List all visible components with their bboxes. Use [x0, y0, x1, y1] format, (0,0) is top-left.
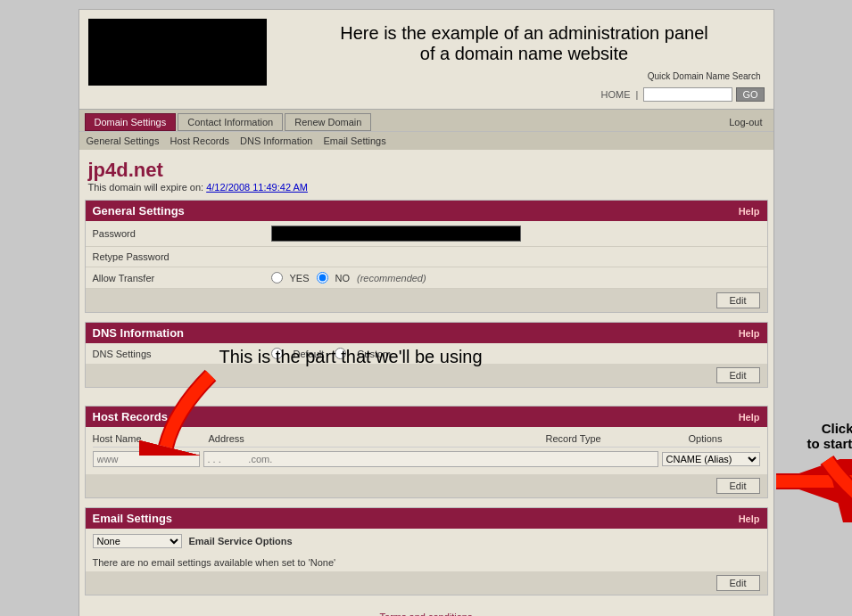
general-settings-edit-button[interactable]: Edit: [716, 292, 760, 308]
host-address-input[interactable]: [203, 451, 658, 467]
go-button[interactable]: GO: [736, 87, 764, 102]
email-service-select[interactable]: None: [93, 534, 182, 548]
radio-row: YES NO (recommended): [271, 272, 760, 283]
sub-nav-dns-information[interactable]: DNS Information: [240, 136, 312, 146]
dns-custom-radio[interactable]: [335, 348, 346, 359]
pipe-separator: |: [636, 89, 639, 100]
email-settings-title: Email Settings: [93, 512, 173, 525]
email-options-label: Email Service Options: [189, 536, 293, 546]
host-records-title: Host Records: [93, 410, 169, 423]
col-address: Address: [209, 433, 546, 444]
domain-expiry: This domain will expire on: 4/12/2008 11…: [88, 182, 765, 193]
dns-information-edit-button[interactable]: Edit: [716, 367, 760, 383]
sub-nav: General Settings Host Records DNS Inform…: [79, 131, 773, 150]
col-hostname: Host Name: [93, 433, 209, 444]
col-recordtype: Record Type: [546, 433, 689, 444]
host-name-input[interactable]: [93, 451, 200, 467]
header: Here is the example of an administration…: [79, 10, 773, 109]
host-records-footer: Edit: [86, 474, 767, 497]
sub-nav-general-settings[interactable]: General Settings: [87, 136, 160, 146]
record-type-select[interactable]: CNAME (Alias)A (Address)MX (Mail): [662, 452, 760, 466]
host-records-table: Host Name Address Record Type Options CN…: [86, 427, 767, 474]
dns-information-header: DNS Information Help: [86, 323, 767, 343]
host-edit-arrow: [758, 459, 853, 506]
password-row: Password: [86, 221, 767, 247]
tab-renew-domain[interactable]: Renew Domain: [285, 113, 371, 131]
general-settings-header: General Settings Help: [86, 201, 767, 221]
page-title: Here is the example of an administration…: [285, 23, 765, 64]
host-records-body: Host Name Address Record Type Options CN…: [86, 427, 767, 474]
host-input-row: CNAME (Alias)A (Address)MX (Mail): [93, 448, 760, 471]
search-input[interactable]: [643, 87, 732, 102]
dns-information-help[interactable]: Help: [739, 328, 760, 339]
email-settings-edit-button[interactable]: Edit: [716, 575, 760, 591]
header-text-area: Here is the example of an administration…: [267, 19, 765, 102]
dns-annotation-area: This is the part that we'll be using DNS…: [86, 343, 767, 364]
tab-domain-settings[interactable]: Domain Settings: [85, 113, 177, 131]
sub-nav-email-settings[interactable]: Email Settings: [323, 136, 385, 146]
general-settings-title: General Settings: [93, 204, 185, 218]
email-none-text: There are no email settings available wh…: [86, 554, 767, 571]
email-settings-body: None Email Service Options There are no …: [86, 529, 767, 571]
dns-default-radio[interactable]: [271, 348, 283, 359]
logout-link[interactable]: Log-out: [724, 114, 767, 130]
general-settings-help[interactable]: Help: [739, 206, 760, 217]
host-records-panel: Host Records Help Host Name Address Reco…: [85, 406, 768, 498]
email-settings-footer: Edit: [86, 571, 767, 595]
expiry-date-link[interactable]: 4/12/2008 11:49:42 AM: [206, 182, 308, 193]
password-label: Password: [93, 228, 271, 239]
page-footer: Terms and conditions: [79, 604, 773, 616]
dns-default-label: Default: [294, 349, 325, 359]
no-radio[interactable]: [317, 272, 328, 283]
yes-label: YES: [290, 273, 310, 283]
password-value: [271, 226, 760, 242]
dns-settings-row: DNS Settings Default Custom: [86, 343, 767, 364]
click-here-annotation: Click here to start editing: [782, 421, 853, 522]
dns-custom-label: Custom: [357, 349, 391, 359]
email-settings-header: Email Settings Help: [86, 508, 767, 529]
dns-information-title: DNS Information: [93, 326, 185, 340]
dns-options: Default Custom: [271, 348, 392, 359]
host-records-header: Host Records Help: [86, 407, 767, 427]
general-settings-panel: General Settings Help Password Retype Pa…: [85, 200, 768, 313]
recommended-label: (recommended): [357, 273, 426, 283]
nav-tabs: Domain Settings Contact Information Rene…: [79, 109, 773, 131]
email-row: None Email Service Options: [86, 529, 767, 554]
allow-transfer-value: YES NO (recommended): [271, 272, 760, 283]
main-panel: Here is the example of an administration…: [79, 9, 774, 616]
domain-name: jp4d.net: [88, 159, 765, 182]
dns-information-footer: Edit: [86, 364, 767, 387]
yes-radio[interactable]: [271, 272, 283, 283]
logo: [88, 19, 267, 86]
dns-settings-label: DNS Settings: [93, 349, 271, 359]
search-row: Quick Domain Name Search: [285, 70, 765, 82]
no-label: NO: [335, 273, 351, 283]
retype-password-row: Retype Password: [86, 247, 767, 267]
host-records-help[interactable]: Help: [739, 412, 760, 423]
general-settings-body: Password Retype Password Allow Transfer: [86, 221, 767, 289]
click-here-text: Click here to start editing: [782, 421, 853, 451]
allow-transfer-label: Allow Transfer: [93, 273, 271, 283]
sub-nav-host-records[interactable]: Host Records: [170, 136, 229, 146]
general-settings-footer: Edit: [86, 289, 767, 312]
host-col-headers: Host Name Address Record Type Options: [93, 431, 760, 448]
click-arrow-icon: [818, 451, 853, 522]
page-wrapper: Here is the example of an administration…: [0, 0, 852, 616]
home-link[interactable]: HOME: [601, 89, 631, 100]
col-options: Options: [689, 433, 760, 444]
password-input[interactable]: [271, 226, 521, 242]
retype-password-label: Retype Password: [93, 251, 271, 262]
search-label: Quick Domain Name Search: [648, 71, 761, 81]
dns-information-body: This is the part that we'll be using DNS…: [86, 343, 767, 364]
search-controls: HOME | GO: [285, 87, 765, 102]
domain-title-area: jp4d.net This domain will expire on: 4/1…: [79, 150, 773, 200]
terms-link[interactable]: Terms and conditions: [380, 612, 473, 616]
allow-transfer-row: Allow Transfer YES NO (recommended): [86, 267, 767, 289]
dns-information-panel: DNS Information Help This is the part th…: [85, 322, 768, 388]
email-settings-panel: Email Settings Help None Email Service O…: [85, 507, 768, 595]
tab-contact-information[interactable]: Contact Information: [178, 113, 283, 131]
host-records-edit-button[interactable]: Edit: [716, 478, 760, 494]
email-settings-help[interactable]: Help: [739, 513, 760, 524]
